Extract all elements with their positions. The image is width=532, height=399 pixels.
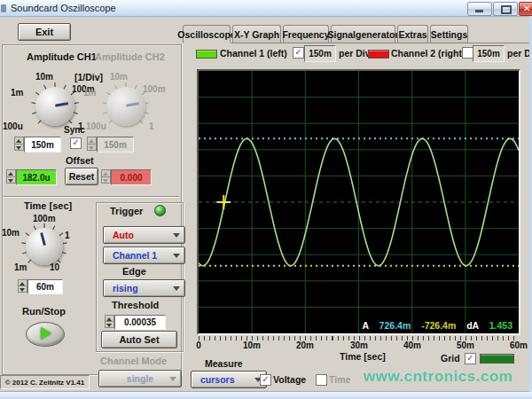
close-icon: ✕ [523, 3, 530, 14]
x-tick-40m: 40m [397, 340, 427, 350]
ch2-offset-spinner [101, 169, 111, 184]
voltage-checkbox[interactable] [260, 374, 271, 386]
channel2-per-div-value[interactable]: 150m [473, 45, 505, 62]
ch1-offset-spinner[interactable] [6, 169, 16, 184]
x-tick-60m: 60m [504, 340, 532, 350]
minimize-button[interactable] [467, 2, 492, 16]
tab-bar: Oscilloscope X-Y Graph Frequency Signalg… [183, 25, 530, 43]
copyright-text: © 2012 C. Zeitnitz V1.41 [5, 379, 84, 387]
measure-lower-value: -726.4m [421, 320, 456, 331]
run-stop-button[interactable] [26, 322, 65, 347]
per-div-unit-label: [1/Div] [74, 73, 103, 82]
play-icon [41, 327, 51, 340]
chevron-down-icon [173, 254, 180, 258]
ch1-scale-spinner[interactable] [14, 137, 24, 151]
trigger-title: Trigger [110, 207, 143, 216]
ch1-scale-1m: 1m [11, 89, 23, 98]
app-window: Soundcard Oszilloscope ✕ Exit Amplitude … [0, 0, 532, 399]
tab-frequency[interactable]: Frequency [283, 25, 329, 43]
channel2-per-div-label: per Div [507, 49, 532, 59]
ch2-scale-spinner [87, 137, 97, 151]
window-title: Soundcard Oszilloscope [11, 3, 116, 13]
panel-divider [3, 196, 179, 197]
measure-da-label: dA [466, 320, 479, 331]
trigger-edge-dropdown[interactable]: rising [103, 279, 185, 297]
ch2-offset-value: 0.000 [111, 169, 152, 185]
time-base-spinner[interactable] [18, 279, 27, 293]
trigger-led [154, 205, 166, 216]
scope-display: A 726.4m -726.4m dA 1.453 [197, 69, 520, 335]
watermark: www.cntronics.com [364, 368, 512, 386]
threshold-label: Threshold [112, 301, 159, 310]
close-button[interactable]: ✕ [519, 2, 532, 16]
ch1-scale-100u: 100u [3, 122, 23, 131]
channel1-checkbox[interactable] [293, 47, 304, 59]
amplitude-ch1-knob[interactable] [30, 82, 80, 131]
x-axis-title: Time [sec] [340, 352, 386, 362]
channel1-per-div-label: per Div [339, 49, 371, 59]
app-icon [1, 4, 6, 12]
tab-oscilloscope[interactable]: Oscilloscope [183, 25, 231, 43]
channel2-color-swatch [368, 50, 389, 59]
tab-xy-graph[interactable]: X-Y Graph [232, 25, 281, 43]
tab-signalgenerator[interactable]: Signalgenerator [331, 25, 395, 43]
measure-mode-dropdown[interactable]: cursors [191, 371, 267, 388]
window-bottom-border [0, 391, 532, 399]
knob-body [26, 228, 63, 265]
ch2-scale-10m: 10m [110, 73, 128, 82]
minimize-icon [475, 10, 483, 12]
measure-da-value: 1.453 [489, 320, 512, 331]
scope-canvas [199, 71, 519, 333]
exit-button[interactable]: Exit [18, 23, 71, 41]
ch1-scale-10m: 10m [35, 73, 53, 82]
trigger-mode-dropdown[interactable]: Auto [103, 226, 185, 244]
ch1-scale-value[interactable]: 150m [24, 137, 61, 153]
time-scale-10m: 10m [2, 229, 20, 238]
chevron-down-icon [173, 233, 180, 238]
channel1-per-div-value[interactable]: 150m [304, 45, 336, 62]
maximize-button[interactable] [493, 2, 518, 16]
trigger-source-dropdown[interactable]: Channel 1 [103, 246, 185, 264]
channel-mode-label: Channel Mode [100, 356, 167, 366]
edge-label: Edge [122, 267, 146, 277]
chevron-down-icon [169, 377, 176, 381]
x-tick-0: 0 [184, 340, 214, 350]
measure-upper-value: 726.4m [379, 320, 411, 331]
ch1-offset-value[interactable]: 182.0u [16, 169, 57, 185]
channel-mode-dropdown: single [98, 370, 182, 387]
amplitude-ch2-knob [101, 82, 151, 131]
offset-label: Offset [66, 156, 94, 166]
amplitude-ch1-title: Amplitude CH1 [27, 52, 97, 62]
sync-label: Sync [64, 126, 85, 135]
auto-set-button[interactable]: Auto Set [101, 331, 177, 348]
tab-settings[interactable]: Settings [430, 25, 468, 43]
measure-a-label: A [362, 320, 368, 331]
measure-label: Measure [205, 359, 243, 369]
amplitude-ch2-title: Amplitude CH2 [95, 52, 165, 62]
x-tick-50m: 50m [450, 340, 481, 350]
tab-extras[interactable]: Extras [397, 25, 428, 43]
offset-reset-button[interactable]: Reset [65, 168, 98, 185]
channel1-color-swatch [196, 50, 217, 59]
x-tick-30m: 30m [344, 340, 374, 350]
x-tick-10m: 10m [237, 340, 267, 350]
maximize-icon [501, 5, 512, 14]
ch2-scale-1m: 1m [83, 89, 96, 98]
channel2-label: Channel 2 (right) [391, 49, 465, 59]
chevron-down-icon [173, 286, 180, 291]
title-bar[interactable]: Soundcard Oszilloscope ✕ [0, 0, 532, 17]
threshold-value[interactable]: 0.00035 [114, 315, 166, 330]
time-base-title: Time [sec] [24, 201, 72, 211]
ch2-scale-value: 150m [97, 137, 134, 153]
voltage-label: Voltage [273, 375, 306, 385]
time-checkbox[interactable] [316, 374, 327, 386]
time-base-knob[interactable] [20, 223, 68, 270]
time-base-value[interactable]: 60m [27, 279, 63, 294]
sync-checkbox[interactable] [70, 137, 82, 149]
grid-checkbox[interactable] [465, 353, 476, 364]
time-label: Time [329, 375, 350, 385]
threshold-spinner[interactable] [105, 315, 114, 328]
grid-color-swatch [480, 354, 514, 364]
grid-label: Grid [441, 354, 460, 364]
copyright-bar: © 2012 C. Zeitnitz V1.41 [0, 375, 90, 389]
